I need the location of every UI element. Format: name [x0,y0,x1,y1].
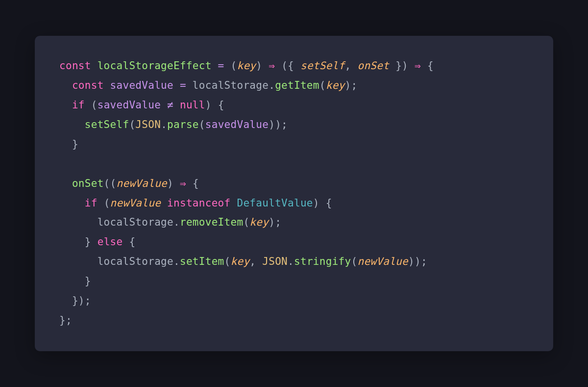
token-punc: ( [231,60,237,72]
token-punc [59,295,72,307]
token-fn-call: setSelf [85,119,129,130]
token-punc [59,275,85,287]
token-punc [262,60,269,72]
token-punc [256,256,262,267]
token-punc: ( [129,119,135,130]
token-var: savedValue [98,99,161,111]
token-punc: } [85,236,91,248]
code-content: const localStorageEffect = (key) ⇒ ({ se… [59,60,434,326]
code-panel: const localStorageEffect = (key) ⇒ ({ se… [35,36,553,351]
token-kw: null [180,99,205,111]
token-punc: { [218,99,224,111]
code-block: const localStorageEffect = (key) ⇒ ({ se… [59,56,529,330]
token-punc: { [427,60,434,72]
token-fn-call: getItem [275,79,319,91]
token-punc: ( [281,60,288,72]
token-kw: if [85,197,104,209]
token-param: key [326,79,345,91]
token-punc [275,60,281,72]
token-punc [59,197,85,209]
token-punc: ) [78,295,85,307]
token-punc: ; [281,119,288,130]
token-punc: ( [199,119,205,130]
token-punc [91,236,98,248]
token-punc: { [193,178,199,189]
token-punc: } [72,138,78,150]
token-punc: ; [351,79,358,91]
token-obj: JSON [262,256,288,267]
token-op: = [218,60,224,72]
token-punc: ) [256,60,262,72]
token-punc: ) [205,99,212,111]
token-punc: ( [243,216,249,228]
token-punc: ) [269,119,275,130]
token-op: ≠ [167,99,173,111]
token-var: savedValue [110,79,173,91]
token-punc: ) [167,178,173,189]
token-fn-call: parse [167,119,199,130]
token-kw: else [98,236,129,248]
token-param: onSet [357,60,389,72]
token-punc: . [161,119,167,130]
token-punc: ; [85,295,91,307]
token-punc: } [59,314,66,326]
token-punc: ) [415,256,421,267]
token-punc [421,60,427,72]
token-punc [59,236,85,248]
token-punc [59,119,85,130]
token-punc [186,79,193,91]
token-fn-call: removeItem [180,216,243,228]
token-punc [408,60,415,72]
token-punc [59,138,72,150]
token-punc: ) [408,256,415,267]
token-punc: ( [91,99,98,111]
token-punc [161,99,167,111]
token-op: = [180,79,186,91]
token-fn-call: stringify [294,256,351,267]
token-param: newValue [357,256,408,267]
token-punc [173,178,180,189]
token-punc [351,60,358,72]
token-punc [161,197,167,209]
token-punc: ( [224,256,231,267]
token-punc: ) [345,79,351,91]
token-punc [319,197,326,209]
token-punc: ( [351,256,358,267]
token-punc: ( [319,79,326,91]
token-punc: ; [66,314,72,326]
token-punc [212,60,218,72]
token-arrow: ⇒ [180,178,186,189]
token-punc [59,79,72,91]
token-punc: . [269,79,275,91]
token-punc [173,99,180,111]
token-kw: if [72,99,91,111]
token-param: key [237,60,256,72]
token-kw: instanceof [167,197,237,209]
token-param: key [249,216,269,228]
token-punc: . [173,256,180,267]
token-punc: , [345,60,351,72]
token-punc: } [85,275,91,287]
token-fn-call: setItem [180,256,224,267]
token-param: newValue [110,197,161,209]
token-kw: const [72,79,110,91]
token-punc: ; [421,256,427,267]
token-arrow: ⇒ [269,60,275,72]
token-punc: ( [110,178,117,189]
token-var: savedValue [205,119,269,130]
token-fn-call: onSet [72,178,104,189]
token-fn-dec: localStorageEffect [98,60,212,72]
token-punc: { [129,236,135,248]
token-punc [59,178,72,189]
token-punc: { [326,197,332,209]
token-punc [59,216,98,228]
token-punc: ) [402,60,408,72]
token-param: key [231,256,250,267]
token-punc [59,99,72,111]
token-obj: JSON [135,119,161,130]
token-arrow: ⇒ [415,60,421,72]
token-punc [224,60,231,72]
token-punc: ) [275,119,281,130]
token-punc: ( [104,197,110,209]
token-punc: ; [275,216,281,228]
